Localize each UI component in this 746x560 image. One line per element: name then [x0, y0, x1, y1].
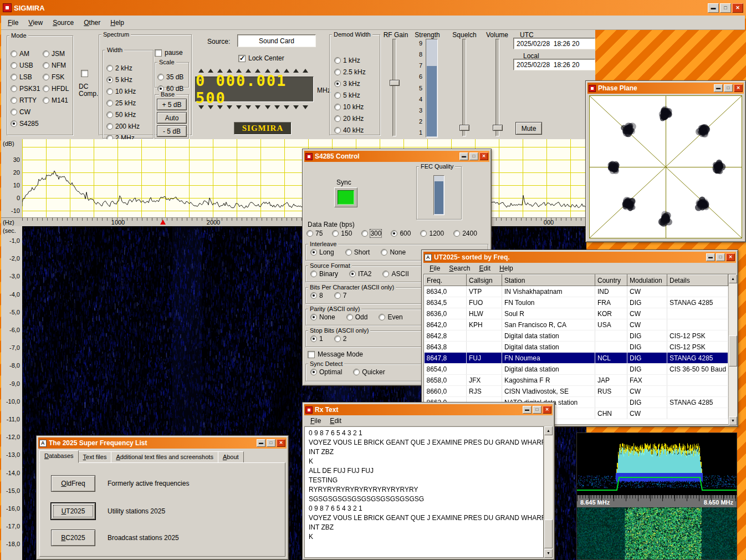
- frequency-list-icon[interactable]: [39, 440, 47, 447]
- radio-psk31[interactable]: PSK31: [9, 83, 40, 94]
- mute-button[interactable]: Mute: [515, 122, 542, 135]
- freq-down-arrow[interactable]: [227, 105, 232, 109]
- radio-3-khz[interactable]: 3 kHz: [333, 78, 366, 89]
- radio-fsk[interactable]: FSK: [42, 71, 69, 83]
- column-header-details[interactable]: Details: [667, 275, 728, 286]
- radio-10-khz[interactable]: 10 kHz: [333, 101, 366, 113]
- column-header-callsign[interactable]: Callsign: [467, 275, 502, 286]
- volume-track[interactable]: [495, 39, 499, 136]
- squelch-track[interactable]: [462, 39, 466, 136]
- radio-lsb[interactable]: LSB: [9, 71, 40, 83]
- phase-plane-titlebar[interactable]: Phase Plane ▬ □ ✕: [587, 83, 744, 94]
- radio-binary[interactable]: Binary: [310, 270, 338, 278]
- radio-1-khz[interactable]: 1 kHz: [333, 54, 366, 66]
- menu-other[interactable]: Other: [79, 17, 105, 28]
- freq-down-arrow[interactable]: [293, 105, 299, 109]
- radio-jsm[interactable]: JSM: [42, 48, 69, 59]
- maximize-button[interactable]: □: [716, 253, 725, 261]
- scroll-up-arrow[interactable]: ▲: [729, 274, 737, 283]
- phase-plane-icon[interactable]: [589, 85, 596, 92]
- radio-50-khz[interactable]: 50 kHz: [105, 109, 140, 120]
- table-scrollbar[interactable]: ▲ ▼: [728, 274, 737, 425]
- scroll-up-arrow[interactable]: ▲: [544, 426, 553, 435]
- radio-even[interactable]: Even: [379, 313, 402, 321]
- freq-down-arrow[interactable]: [274, 105, 280, 109]
- radio-300[interactable]: 300: [361, 230, 381, 237]
- radio-s4285[interactable]: S4285: [9, 118, 40, 129]
- radio-am[interactable]: AM: [9, 48, 40, 59]
- table-row[interactable]: 8642,8Digital data stationDIGCIS-12 PSK: [425, 330, 728, 342]
- radio-usb[interactable]: USB: [9, 59, 40, 71]
- column-header-freq[interactable]: Freq.: [425, 275, 467, 286]
- minimize-button[interactable]: ▬: [708, 3, 719, 13]
- radio-quicker[interactable]: Quicker: [353, 368, 385, 376]
- radio-600[interactable]: 600: [391, 230, 411, 237]
- message-mode-checkbox[interactable]: [308, 351, 315, 358]
- volume-thumb[interactable]: [493, 125, 503, 131]
- table-row[interactable]: 8647,8FUJFN NoumeaNCLDIGSTANAG 4285: [425, 353, 728, 364]
- close-button[interactable]: ✕: [732, 3, 743, 13]
- tab-about[interactable]: About: [218, 451, 244, 463]
- tab-text-files[interactable]: Text files: [78, 451, 112, 463]
- menu-source[interactable]: Source: [48, 17, 78, 28]
- table-row[interactable]: 8643,8Digital data stationDIGCIS-12 PSK: [425, 342, 728, 353]
- ut2025-button[interactable]: UT2025: [51, 503, 95, 520]
- s4285-titlebar[interactable]: S4285 Control ▬ □ ✕: [304, 151, 489, 162]
- radio-optimal[interactable]: Optimal: [310, 368, 342, 376]
- radio-ascii[interactable]: ASCII: [382, 270, 408, 278]
- table-row[interactable]: 8634,0VTPIN VishakhapatnamINDCW: [425, 286, 728, 297]
- radio-5-khz[interactable]: 5 kHz: [105, 74, 140, 85]
- squelch-slider[interactable]: [459, 39, 469, 136]
- radio-200-khz[interactable]: 200 kHz: [105, 120, 140, 132]
- minimize-button[interactable]: ▬: [714, 84, 723, 92]
- menu-file[interactable]: File: [3, 17, 23, 28]
- freq-down-arrow[interactable]: [208, 105, 213, 109]
- freq-down-arrow[interactable]: [217, 105, 223, 109]
- scroll-down-arrow[interactable]: ▼: [544, 549, 553, 558]
- menu-file[interactable]: File: [426, 263, 444, 273]
- radio-1[interactable]: 1: [310, 335, 323, 343]
- column-header-station[interactable]: Station: [502, 275, 595, 286]
- radio-2400[interactable]: 2400: [453, 230, 477, 237]
- menu-search[interactable]: Search: [445, 263, 474, 273]
- radio-20-khz[interactable]: 20 kHz: [333, 113, 366, 124]
- rx-text-area[interactable]: 0 9 8 7 6 5 4 3 2 1VOYEZ VOUS LE BRICK G…: [304, 426, 544, 558]
- scroll-thumb[interactable]: [729, 335, 737, 366]
- minimize-button[interactable]: ▬: [523, 406, 532, 414]
- maximize-button[interactable]: □: [720, 3, 731, 13]
- base-minus-button[interactable]: - 5 dB: [157, 125, 187, 137]
- freq-down-arrow[interactable]: [236, 105, 242, 109]
- scroll-thumb[interactable]: [544, 520, 553, 548]
- frequency-list-titlebar[interactable]: The 2025 Super Frequency List ▬ □ ✕: [38, 437, 287, 449]
- main-titlebar[interactable]: SIGMIRA ▬ □ ✕: [0, 0, 746, 16]
- maximize-button[interactable]: □: [267, 439, 275, 447]
- radio-nfm[interactable]: NFM: [42, 59, 69, 71]
- radio-8[interactable]: 8: [310, 292, 323, 299]
- close-button[interactable]: ✕: [479, 152, 488, 160]
- pause-control[interactable]: pause: [155, 49, 183, 57]
- lock-center-checkbox[interactable]: [238, 55, 246, 62]
- radio-10-khz[interactable]: 10 kHz: [105, 85, 140, 97]
- radio-odd[interactable]: Odd: [346, 313, 368, 321]
- band-spectrum-display[interactable]: [577, 433, 737, 495]
- radio-150[interactable]: 150: [332, 230, 352, 237]
- column-header-modulation[interactable]: Modulation: [627, 275, 667, 286]
- menu-help[interactable]: Help: [495, 263, 517, 273]
- freq-down-arrow[interactable]: [246, 105, 251, 109]
- freq-down-arrow[interactable]: [265, 105, 270, 109]
- radio-short[interactable]: Short: [345, 248, 370, 256]
- menu-edit[interactable]: Edit: [326, 416, 345, 426]
- rx-text-titlebar[interactable]: Rx Text ▬ □ ✕: [304, 404, 553, 415]
- close-button[interactable]: ✕: [277, 439, 285, 447]
- pause-checkbox[interactable]: [155, 49, 162, 57]
- table-row[interactable]: 8660,0RJSCISN Vladivostok, SERUSCW: [425, 386, 728, 397]
- menu-edit[interactable]: Edit: [475, 263, 494, 273]
- utc-time-field[interactable]: 2025/02/28 18:26 20: [513, 38, 595, 49]
- maximize-button[interactable]: □: [724, 84, 733, 92]
- freq-down-arrow[interactable]: [198, 105, 204, 109]
- radio-rtty[interactable]: RTTY: [9, 94, 40, 106]
- radio-40-khz[interactable]: 40 kHz: [333, 124, 366, 136]
- radio-75[interactable]: 75: [306, 230, 323, 237]
- freq-down-arrow[interactable]: [303, 105, 308, 109]
- tab-databases[interactable]: Databases: [39, 450, 79, 463]
